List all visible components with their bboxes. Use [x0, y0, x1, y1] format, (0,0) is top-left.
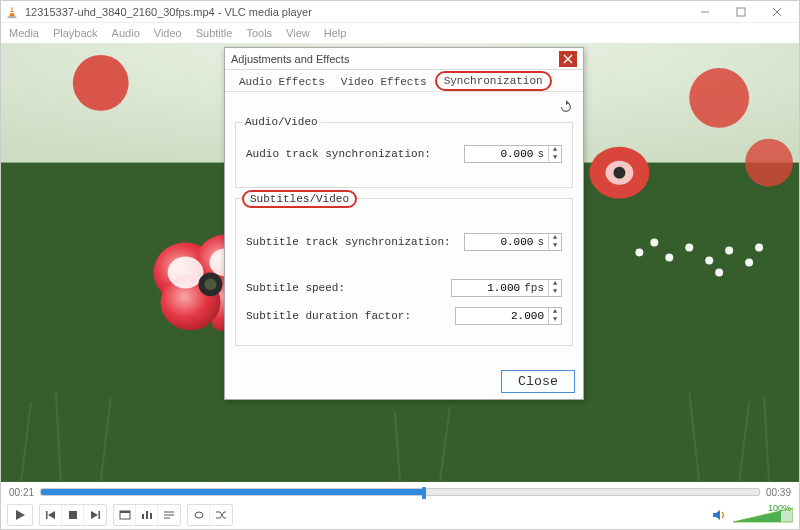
- audio-sync-label: Audio track synchronization:: [246, 148, 464, 160]
- audio-sync-input[interactable]: [465, 147, 537, 161]
- svg-point-21: [689, 68, 749, 128]
- audio-sync-unit: s: [537, 148, 548, 160]
- refresh-icon[interactable]: [559, 100, 573, 114]
- svg-point-18: [73, 55, 129, 111]
- play-button[interactable]: [7, 504, 33, 526]
- subtitle-sync-label: Subtitle track synchronization:: [246, 236, 464, 248]
- fullscreen-icon: [119, 510, 131, 520]
- tab-synchronization[interactable]: Synchronization: [435, 71, 552, 91]
- menu-media[interactable]: Media: [9, 27, 39, 39]
- titlebar: 12315337-uhd_3840_2160_30fps.mp4 - VLC m…: [1, 1, 799, 23]
- dialog-body: Audio/Video Audio track synchronization:…: [225, 92, 583, 364]
- volume-slider[interactable]: 100%: [733, 506, 793, 524]
- subtitle-speed-label: Subtitle speed:: [246, 282, 451, 294]
- svg-point-28: [725, 246, 733, 254]
- svg-point-36: [168, 256, 204, 288]
- svg-point-26: [685, 243, 693, 251]
- menu-subtitle[interactable]: Subtitle: [196, 27, 233, 39]
- audio-video-group: Audio/Video Audio track synchronization:…: [235, 122, 573, 188]
- skip-next-icon: [89, 510, 101, 520]
- svg-point-29: [745, 258, 753, 266]
- menu-help[interactable]: Help: [324, 27, 347, 39]
- spin-down-icon[interactable]: ▼: [549, 288, 561, 296]
- subtitle-duration-spinbox[interactable]: ▲▼: [455, 307, 562, 325]
- svg-point-25: [665, 253, 673, 261]
- spin-down-icon[interactable]: ▼: [549, 316, 561, 324]
- close-button[interactable]: Close: [501, 370, 575, 393]
- seekbar-row: 00:21 00:39: [1, 483, 799, 501]
- svg-rect-47: [69, 511, 77, 519]
- menu-audio[interactable]: Audio: [112, 27, 140, 39]
- vlc-main-window: 12315337-uhd_3840_2160_30fps.mp4 - VLC m…: [0, 0, 800, 530]
- volume-percent: 100%: [768, 503, 791, 513]
- shuffle-icon: [215, 510, 227, 520]
- video-area[interactable]: Adjustments and Effects Audio Effects Vi…: [1, 43, 799, 483]
- subtitle-sync-spinbox[interactable]: s ▲▼: [464, 233, 562, 251]
- adjustments-effects-dialog: Adjustments and Effects Audio Effects Vi…: [224, 47, 584, 400]
- dialog-titlebar[interactable]: Adjustments and Effects: [225, 48, 583, 70]
- close-button[interactable]: [759, 2, 795, 22]
- volume-icon[interactable]: [711, 507, 727, 523]
- spin-down-icon[interactable]: ▼: [549, 242, 561, 250]
- svg-rect-0: [8, 16, 17, 18]
- dialog-title: Adjustments and Effects: [231, 53, 559, 65]
- svg-rect-4: [737, 8, 745, 16]
- stop-icon: [68, 510, 78, 520]
- svg-point-30: [755, 243, 763, 251]
- playlist-button[interactable]: [158, 505, 180, 525]
- previous-button[interactable]: [40, 505, 62, 525]
- svg-point-43: [613, 167, 625, 179]
- minimize-button[interactable]: [687, 2, 723, 22]
- dialog-footer: Close: [225, 364, 583, 399]
- spin-down-icon[interactable]: ▼: [549, 154, 561, 162]
- svg-rect-2: [10, 12, 14, 13]
- loop-icon: [193, 510, 205, 520]
- subtitle-speed-input[interactable]: [452, 281, 524, 295]
- audio-video-legend: Audio/Video: [242, 116, 321, 128]
- seekbar[interactable]: [40, 488, 760, 496]
- subtitle-duration-input[interactable]: [456, 309, 548, 323]
- playlist-icon: [163, 510, 175, 520]
- playback-controls: 100%: [1, 501, 799, 529]
- svg-point-39: [204, 278, 216, 290]
- time-total[interactable]: 00:39: [766, 487, 791, 498]
- menu-video[interactable]: Video: [154, 27, 182, 39]
- svg-rect-53: [150, 513, 152, 519]
- svg-rect-48: [99, 511, 101, 519]
- subtitle-sync-input[interactable]: [465, 235, 537, 249]
- stop-button[interactable]: [62, 505, 84, 525]
- menu-view[interactable]: View: [286, 27, 310, 39]
- seekbar-thumb[interactable]: [422, 487, 426, 499]
- window-title: 12315337-uhd_3840_2160_30fps.mp4 - VLC m…: [25, 6, 687, 18]
- loop-button[interactable]: [188, 505, 210, 525]
- tab-audio-effects[interactable]: Audio Effects: [231, 73, 333, 91]
- time-elapsed[interactable]: 00:21: [9, 487, 34, 498]
- play-icon: [14, 509, 26, 521]
- svg-point-31: [715, 268, 723, 276]
- subtitle-speed-spinbox[interactable]: fps ▲▼: [451, 279, 562, 297]
- svg-rect-1: [10, 9, 14, 10]
- svg-rect-50: [120, 511, 130, 513]
- maximize-button[interactable]: [723, 2, 759, 22]
- fullscreen-button[interactable]: [114, 505, 136, 525]
- svg-rect-52: [146, 511, 148, 519]
- random-button[interactable]: [210, 505, 232, 525]
- dialog-close-button[interactable]: [559, 51, 577, 67]
- menu-tools[interactable]: Tools: [246, 27, 272, 39]
- vlc-cone-icon: [5, 5, 19, 19]
- window-controls: [687, 2, 795, 22]
- menubar: Media Playback Audio Video Subtitle Tool…: [1, 23, 799, 43]
- extended-settings-button[interactable]: [136, 505, 158, 525]
- seekbar-fill: [41, 489, 422, 495]
- skip-previous-icon: [45, 510, 57, 520]
- svg-point-24: [650, 239, 658, 247]
- tab-video-effects[interactable]: Video Effects: [333, 73, 435, 91]
- dialog-tabs: Audio Effects Video Effects Synchronizat…: [225, 70, 583, 92]
- next-button[interactable]: [84, 505, 106, 525]
- svg-point-27: [705, 256, 713, 264]
- equalizer-icon: [141, 510, 153, 520]
- subtitles-video-group: Subtitles/Video Subtitle track synchroni…: [235, 198, 573, 346]
- svg-point-22: [745, 139, 793, 187]
- menu-playback[interactable]: Playback: [53, 27, 98, 39]
- audio-sync-spinbox[interactable]: s ▲▼: [464, 145, 562, 163]
